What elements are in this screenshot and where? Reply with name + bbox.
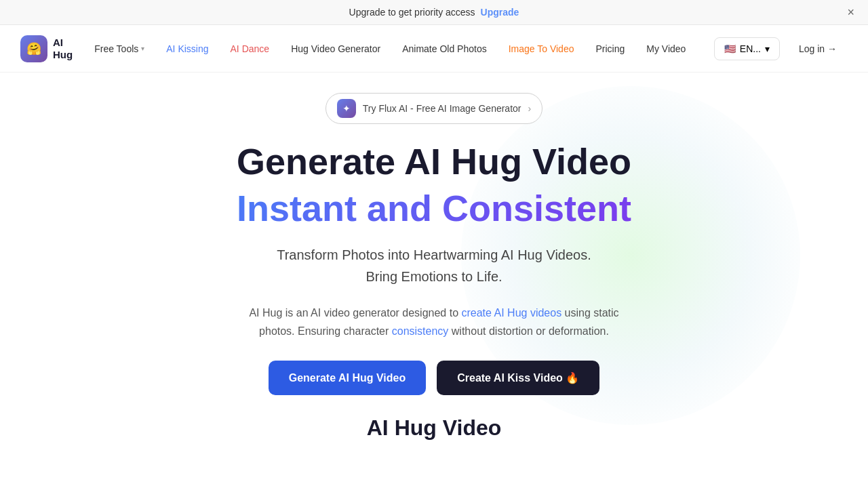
arrow-icon: ›: [528, 103, 532, 114]
highlight-text-2: consistency: [392, 325, 449, 337]
close-banner-button[interactable]: ×: [847, 6, 854, 18]
generate-hug-video-button[interactable]: Generate AI Hug Video: [269, 361, 426, 395]
language-selector[interactable]: 🇺🇸 EN... ▾: [714, 37, 780, 60]
hero-subtitle: Transform Photos into Heartwarming AI Hu…: [277, 244, 591, 287]
nav-item-pricing[interactable]: Pricing: [586, 38, 634, 60]
create-kiss-video-button[interactable]: Create AI Kiss Video 🔥: [437, 361, 599, 395]
login-button[interactable]: Log in →: [788, 38, 848, 60]
nav-item-my-video[interactable]: My Video: [637, 38, 695, 60]
hero-title-line2: Instant and Consistent: [237, 186, 631, 230]
main-content: ✦ Try Flux AI - Free AI Image Generator …: [0, 73, 868, 454]
chevron-down-icon: ▾: [141, 45, 144, 52]
logo[interactable]: 🤗 AI Hug: [20, 35, 73, 62]
flux-badge[interactable]: ✦ Try Flux AI - Free AI Image Generator …: [326, 93, 542, 124]
flag-icon: 🇺🇸: [724, 43, 736, 54]
nav-item-ai-dance[interactable]: AI Dance: [221, 38, 279, 60]
navbar: 🤗 AI Hug Free Tools ▾ AI Kissing AI Danc…: [0, 25, 868, 73]
logo-text: AI Hug: [53, 37, 73, 61]
nav-item-free-tools[interactable]: Free Tools ▾: [85, 38, 154, 60]
top-banner: Upgrade to get priority access Upgrade ×: [0, 0, 868, 25]
nav-right: 🇺🇸 EN... ▾ Log in →: [714, 37, 848, 60]
flux-icon: ✦: [337, 99, 356, 118]
upgrade-link[interactable]: Upgrade: [481, 7, 519, 18]
nav-item-animate-old-photos[interactable]: Animate Old Photos: [393, 38, 496, 60]
nav-item-hug-video-generator[interactable]: Hug Video Generator: [281, 38, 390, 60]
logo-icon: 🤗: [20, 35, 47, 62]
section-title: AI Hug Video: [367, 415, 502, 441]
hero-title-line1: Generate AI Hug Video: [237, 140, 631, 182]
content-wrapper: ✦ Try Flux AI - Free AI Image Generator …: [14, 93, 854, 441]
nav-item-ai-kissing[interactable]: AI Kissing: [157, 38, 218, 60]
cta-buttons: Generate AI Hug Video Create AI Kiss Vid…: [269, 361, 600, 395]
banner-text: Upgrade to get priority access: [349, 7, 475, 18]
flux-badge-text: Try Flux AI - Free AI Image Generator: [363, 103, 521, 114]
chevron-down-icon: ▾: [765, 43, 770, 54]
nav-item-image-to-video[interactable]: Image To Video: [499, 38, 584, 60]
hero-description: AI Hug is an AI video generator designed…: [231, 304, 637, 340]
nav-items: Free Tools ▾ AI Kissing AI Dance Hug Vid…: [85, 38, 709, 60]
highlight-text: create AI Hug videos: [461, 307, 561, 319]
